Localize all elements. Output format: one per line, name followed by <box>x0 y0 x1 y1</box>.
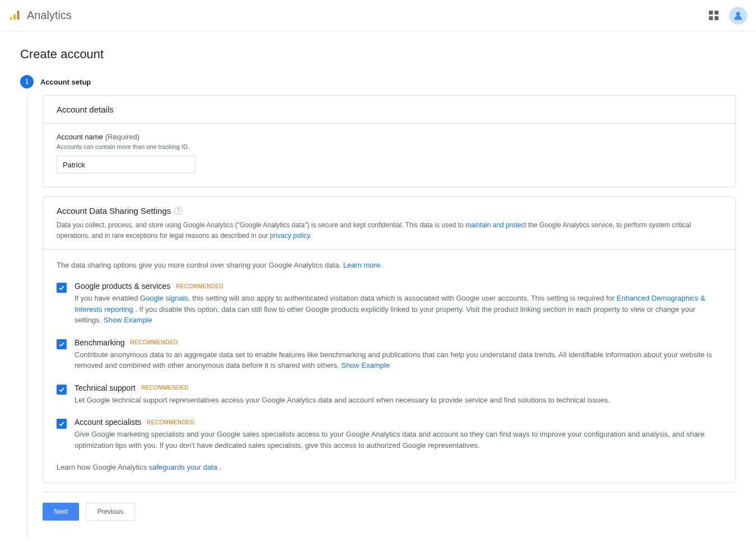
option-description: Let Google technical support representat… <box>74 395 722 406</box>
required-indicator: (Required) <box>105 133 139 141</box>
recommended-badge: RECOMMENDED <box>176 283 223 289</box>
card-heading-data-sharing: Account Data Sharing Settings <box>57 206 171 216</box>
avatar[interactable] <box>729 7 747 25</box>
show-example-link[interactable]: Show Example <box>341 361 390 369</box>
data-sharing-description: Data you collect, process, and store usi… <box>57 220 722 241</box>
option-technical-support: Technical support RECOMMENDED Let Google… <box>43 383 735 418</box>
show-example-link[interactable]: Show Example <box>104 316 152 324</box>
sharing-intro: The data sharing options give you more c… <box>57 261 722 269</box>
option-title: Account specialists <box>74 418 141 427</box>
option-account-specialists: Account specialists RECOMMENDED Give Goo… <box>43 418 735 463</box>
option-title: Benchmarking <box>74 338 125 347</box>
safeguard-text: Learn how Google Analytics safeguards yo… <box>43 463 735 483</box>
account-name-label: Account name <box>57 133 103 141</box>
checkbox-account-specialists[interactable] <box>57 419 67 429</box>
option-description: Give Google marketing specialists and yo… <box>74 429 722 451</box>
step-header: 1 Account setup <box>20 75 736 88</box>
google-signals-link[interactable]: Google signals <box>140 294 188 302</box>
page-title: Create account <box>20 47 736 62</box>
apps-grid-icon[interactable] <box>709 11 719 21</box>
safeguards-link[interactable]: safeguards your data <box>149 463 217 471</box>
recommended-badge: RECOMMENDED <box>130 339 178 345</box>
option-title: Google products & services <box>74 282 170 291</box>
card-heading-account-details: Account details <box>43 96 735 123</box>
account-details-card: Account details Account name (Required) … <box>43 95 736 188</box>
header-actions <box>709 7 747 25</box>
svg-rect-0 <box>10 17 12 20</box>
option-description: Contribute anonymous data to an aggregat… <box>74 349 722 371</box>
app-header: Analytics <box>0 0 756 31</box>
action-buttons: Next Previous <box>43 492 736 521</box>
help-icon[interactable]: ? <box>174 207 183 215</box>
option-title: Technical support <box>74 383 136 392</box>
learn-more-link[interactable]: Learn more. <box>343 261 382 269</box>
maintain-protect-link[interactable]: maintain and protect <box>465 221 526 229</box>
step-number-badge: 1 <box>20 75 34 88</box>
account-name-input[interactable] <box>57 156 195 174</box>
analytics-logo-icon <box>9 10 21 22</box>
option-benchmarking: Benchmarking RECOMMENDED Contribute anon… <box>43 338 735 383</box>
step-label: Account setup <box>40 78 91 86</box>
account-name-hint: Accounts can contain more than one track… <box>57 143 722 150</box>
product-name: Analytics <box>27 9 72 22</box>
data-sharing-card: Account Data Sharing Settings ? Data you… <box>43 196 736 483</box>
option-description: If you have enabled Google signals, this… <box>74 293 722 326</box>
privacy-policy-link[interactable]: privacy policy <box>270 232 310 240</box>
recommended-badge: RECOMMENDED <box>147 419 194 425</box>
svg-rect-2 <box>17 10 20 20</box>
checkbox-google-products[interactable] <box>57 283 67 293</box>
svg-point-3 <box>736 12 740 16</box>
checkbox-technical-support[interactable] <box>57 385 67 395</box>
checkbox-benchmarking[interactable] <box>57 339 67 349</box>
logo-area: Analytics <box>9 9 72 22</box>
option-google-products: Google products & services RECOMMENDED I… <box>43 282 735 338</box>
next-button[interactable]: Next <box>43 503 79 521</box>
recommended-badge: RECOMMENDED <box>141 385 189 391</box>
previous-button[interactable]: Previous <box>86 503 136 521</box>
svg-rect-1 <box>13 14 16 20</box>
